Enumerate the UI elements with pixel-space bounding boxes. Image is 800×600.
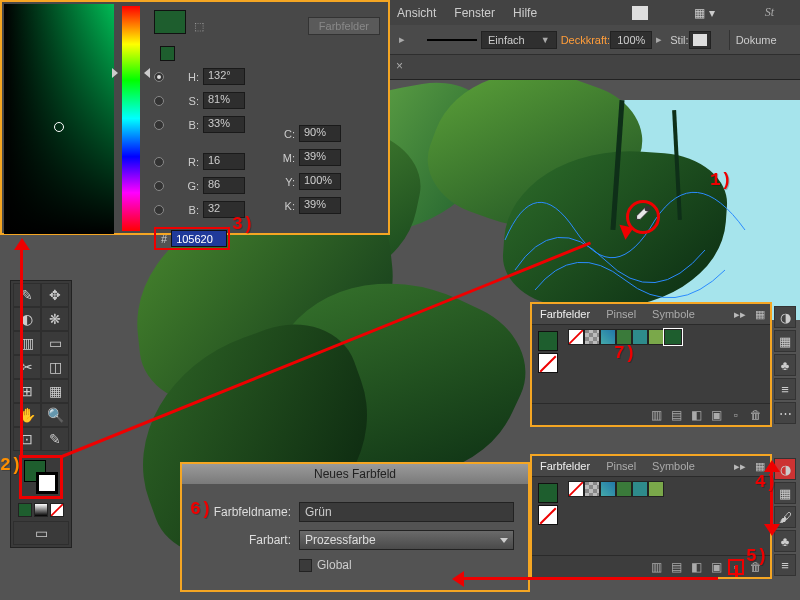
style-swatch[interactable] (689, 31, 711, 49)
color-type-select[interactable]: Prozessfarbe (299, 530, 514, 550)
swatch-item[interactable] (632, 329, 648, 345)
swatch-name-input[interactable] (299, 502, 514, 522)
field-y[interactable]: 100% (299, 173, 341, 190)
tab-symbole[interactable]: Symbole (644, 456, 703, 476)
color-mode-icon[interactable] (18, 503, 32, 517)
tab-symbole[interactable]: Symbole (644, 304, 703, 324)
swatch-none[interactable] (568, 481, 584, 497)
panel-grid-icon[interactable]: ▦ (752, 306, 768, 322)
dock-stroke-icon[interactable]: ≡ (774, 378, 796, 400)
layout-icon[interactable]: ▦ ▾ (694, 6, 714, 20)
cube-icon[interactable]: ⬚ (194, 20, 204, 33)
tool-mesh[interactable]: ⊞ (13, 379, 41, 403)
delete-swatch-icon[interactable]: 🗑 (748, 559, 764, 575)
swatch-item[interactable] (600, 329, 616, 345)
dock-club-icon[interactable]: ♣ (774, 530, 796, 552)
tab-farbfelder[interactable]: Farbfelder (532, 456, 598, 476)
menu-fenster[interactable]: Fenster (454, 6, 495, 20)
none-swatch[interactable] (538, 353, 558, 373)
dock-more-icon[interactable]: ⋯ (774, 402, 796, 424)
tool-misc2[interactable]: ✎ (41, 427, 69, 451)
dock-swatch-icon[interactable]: ▦ (774, 330, 796, 352)
search-icon[interactable]: St (765, 5, 774, 20)
tool-artboard[interactable]: ▭ (41, 331, 69, 355)
current-fill-swatch[interactable] (538, 331, 558, 351)
tool-eyedropper[interactable]: ✎ (13, 283, 41, 307)
global-checkbox[interactable] (299, 559, 312, 572)
radio-bc[interactable] (154, 205, 164, 215)
swatch-item[interactable] (648, 329, 664, 345)
field-m[interactable]: 39% (299, 149, 341, 166)
swatch-options-icon[interactable]: ◧ (688, 559, 704, 575)
radio-bv[interactable] (154, 120, 164, 130)
panel-collapse-icon[interactable]: ▸▸ (732, 458, 748, 474)
field-r[interactable]: 16 (203, 153, 245, 170)
tool-graph[interactable]: ▥ (13, 331, 41, 355)
tool-zoom[interactable]: 🔍 (41, 403, 69, 427)
swatch-options-icon[interactable]: ◧ (688, 407, 704, 423)
panel-grid-icon[interactable]: ▦ (752, 458, 768, 474)
tool-hand[interactable]: ✋ (13, 403, 41, 427)
tool-measure[interactable]: ✥ (41, 283, 69, 307)
caret-icon[interactable]: ▸ (656, 33, 662, 46)
delete-swatch-icon[interactable]: 🗑 (748, 407, 764, 423)
tool-misc1[interactable]: ⊡ (13, 427, 41, 451)
farbfelder-button[interactable]: Farbfelder (308, 17, 380, 35)
tab-pinsel[interactable]: Pinsel (598, 456, 644, 476)
tool-gradient[interactable]: ▦ (41, 379, 69, 403)
radio-s[interactable] (154, 96, 164, 106)
none-swatch[interactable] (538, 505, 558, 525)
dock-swatch-icon[interactable]: ▦ (774, 482, 796, 504)
opacity-field[interactable]: 100% (610, 31, 652, 49)
swatch-registration[interactable] (584, 481, 600, 497)
field-h[interactable]: 132° (203, 68, 245, 85)
hue-slider[interactable] (122, 6, 140, 231)
swatch-item[interactable] (616, 329, 632, 345)
dock-color-icon[interactable]: ◑ (774, 306, 796, 328)
tab-pinsel[interactable]: Pinsel (598, 304, 644, 324)
stroke-swatch[interactable] (36, 472, 58, 494)
swatch-library-icon[interactable]: ▥ (648, 559, 664, 575)
hex-input[interactable] (171, 230, 227, 247)
tool-blend[interactable]: ◐ (13, 307, 41, 331)
swatch-none[interactable] (568, 329, 584, 345)
field-bc[interactable]: 32 (203, 201, 245, 218)
new-group-icon[interactable]: ▣ (708, 559, 724, 575)
field-bv[interactable]: 33% (203, 116, 245, 133)
tab-farbfelder[interactable]: Farbfelder (532, 304, 598, 324)
swatch-menu-icon[interactable]: ▤ (668, 559, 684, 575)
fill-stroke-indicator[interactable] (19, 455, 63, 499)
gradient-mode-icon[interactable] (34, 503, 48, 517)
radio-g[interactable] (154, 181, 164, 191)
swatch-item[interactable] (632, 481, 648, 497)
tool-perspective[interactable]: ◫ (41, 355, 69, 379)
caret-icon[interactable]: ▸ (399, 33, 405, 46)
tool-symbol-sprayer[interactable]: ❋ (41, 307, 69, 331)
field-k[interactable]: 39% (299, 197, 341, 214)
dock-brush-icon[interactable]: 🖌 (774, 506, 796, 528)
stroke-preview[interactable] (427, 39, 477, 41)
field-g[interactable]: 86 (203, 177, 245, 194)
color-field[interactable] (4, 4, 114, 234)
field-c[interactable]: 90% (299, 125, 341, 142)
swatch-item[interactable] (616, 481, 632, 497)
hue-slider-thumb-icon[interactable] (118, 71, 144, 75)
radio-h[interactable] (154, 72, 164, 82)
close-icon[interactable]: × (396, 59, 403, 73)
swatch-item[interactable] (600, 481, 616, 497)
swatch-registration[interactable] (584, 329, 600, 345)
dock-club-icon[interactable]: ♣ (774, 354, 796, 376)
current-fill-swatch[interactable] (538, 483, 558, 503)
screen-mode-icon[interactable]: ▭ (13, 521, 69, 545)
stroke-style-select[interactable]: Einfach▼ (481, 31, 557, 49)
new-swatch-icon[interactable]: ▫ (728, 559, 744, 575)
menu-hilfe[interactable]: Hilfe (513, 6, 537, 20)
menu-ansicht[interactable]: Ansicht (397, 6, 436, 20)
new-swatch-icon[interactable]: ▫ (728, 407, 744, 423)
opacity-label[interactable]: Deckkraft: (561, 34, 611, 46)
tool-slice[interactable]: ✂ (13, 355, 41, 379)
workspace-icon[interactable] (632, 6, 648, 20)
none-mode-icon[interactable] (50, 503, 64, 517)
dock-stroke-icon[interactable]: ≡ (774, 554, 796, 576)
swatch-library-icon[interactable]: ▥ (648, 407, 664, 423)
